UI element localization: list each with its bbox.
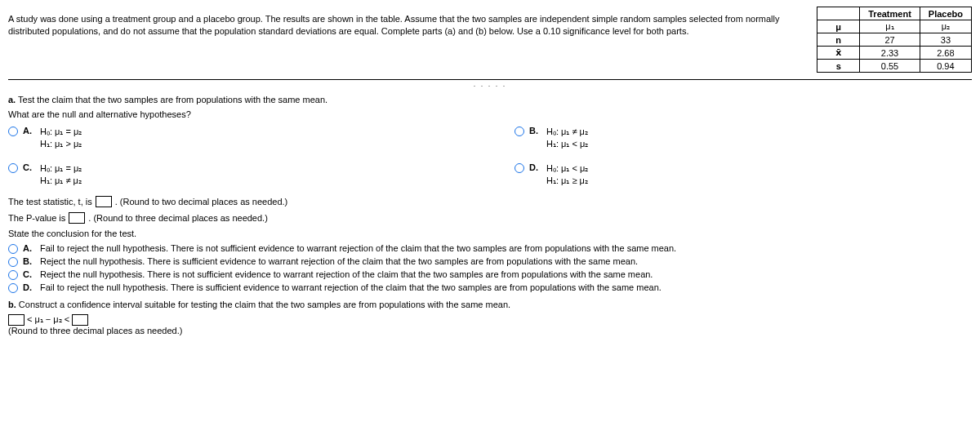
hypothesis-option-b[interactable]: B. H₀: μ₁ ≠ μ₂ H₁: μ₁ < μ₂: [514, 126, 808, 151]
cell-s-treatment: 0.55: [860, 60, 920, 73]
option-label: C.: [23, 269, 32, 279]
test-statistic-hint: . (Round to two decimal places as needed…: [115, 197, 288, 207]
option-label: D.: [529, 162, 538, 172]
option-hypotheses: H₀: μ₁ < μ₂ H₁: μ₁ ≥ μ₂: [546, 162, 588, 188]
option-label: D.: [23, 282, 32, 292]
table-corner: [817, 7, 860, 20]
pvalue-hint: . (Round to three decimal places as need…: [88, 213, 268, 223]
part-a-heading: a. Test the claim that the two samples a…: [8, 95, 972, 104]
conclusion-text: Reject the null hypothesis. There is not…: [40, 269, 653, 279]
pvalue-label: The P-value is: [8, 213, 65, 223]
ci-hint: (Round to three decimal places as needed…: [8, 326, 972, 335]
radio-icon[interactable]: [8, 257, 18, 267]
conclusion-text: Fail to reject the null hypothesis. Ther…: [40, 282, 662, 292]
part-a-label: a.: [8, 95, 16, 104]
option-label: A.: [23, 126, 32, 135]
test-statistic-label: The test statistic, t, is: [8, 197, 92, 207]
part-a-text: Test the claim that the two samples are …: [16, 95, 327, 104]
row-label-s: s: [817, 60, 860, 73]
ci-lower-input[interactable]: [8, 314, 24, 326]
row-label-xbar: x̄: [817, 47, 860, 60]
conclusion-option-b[interactable]: B. Reject the null hypothesis. There is …: [8, 256, 972, 267]
conclusion-option-c[interactable]: C. Reject the null hypothesis. There is …: [8, 269, 972, 280]
col-header-treatment: Treatment: [860, 7, 920, 20]
row-label-mu: μ: [817, 20, 860, 33]
cell-n-treatment: 27: [860, 33, 920, 47]
cell-xbar-placebo: 2.68: [920, 47, 971, 60]
radio-icon[interactable]: [8, 244, 18, 254]
option-label: B.: [23, 256, 32, 266]
option-hypotheses: H₀: μ₁ = μ₂ H₁: μ₁ > μ₂: [40, 126, 82, 151]
option-label: C.: [23, 162, 32, 172]
option-hypotheses: H₀: μ₁ = μ₂ H₁: μ₁ ≠ μ₂: [40, 162, 82, 188]
radio-icon[interactable]: [8, 127, 18, 136]
radio-icon[interactable]: [8, 270, 18, 280]
hypothesis-option-d[interactable]: D. H₀: μ₁ < μ₂ H₁: μ₁ ≥ μ₂: [514, 162, 808, 188]
hypothesis-option-c[interactable]: C. H₀: μ₁ = μ₂ H₁: μ₁ ≠ μ₂: [8, 162, 302, 188]
data-table: Treatment Placebo μ μ₁ μ₂ n 27 33 x̄ 2.3…: [817, 7, 972, 73]
divider-dots: · · · · ·: [8, 82, 972, 90]
ci-upper-input[interactable]: [72, 314, 88, 326]
radio-icon[interactable]: [514, 163, 524, 173]
option-label: A.: [23, 243, 32, 253]
conclusion-text: Reject the null hypothesis. There is suf…: [40, 256, 638, 266]
divider: [8, 79, 972, 80]
radio-icon[interactable]: [8, 163, 18, 173]
ci-expression: < μ₁ − μ₂ <: [27, 314, 69, 325]
pvalue-input[interactable]: [69, 212, 85, 224]
cell-xbar-treatment: 2.33: [860, 47, 920, 60]
problem-prompt: A study was done using a treatment group…: [8, 7, 808, 73]
hypothesis-question: What are the null and alternative hypoth…: [8, 109, 972, 119]
conclusion-text: Fail to reject the null hypothesis. Ther…: [40, 243, 676, 253]
conclusion-option-a[interactable]: A. Fail to reject the null hypothesis. T…: [8, 243, 972, 254]
cell-mu-treatment: μ₁: [860, 20, 920, 33]
row-label-n: n: [817, 33, 860, 47]
part-b-text: Construct a confidence interval suitable…: [16, 300, 510, 309]
conclusion-option-d[interactable]: D. Fail to reject the null hypothesis. T…: [8, 282, 972, 293]
test-statistic-input[interactable]: [96, 196, 112, 207]
part-b-label: b.: [8, 300, 16, 309]
option-hypotheses: H₀: μ₁ ≠ μ₂ H₁: μ₁ < μ₂: [546, 126, 588, 151]
cell-mu-placebo: μ₂: [920, 20, 971, 33]
cell-n-placebo: 33: [920, 33, 971, 47]
radio-icon[interactable]: [8, 283, 18, 293]
col-header-placebo: Placebo: [920, 7, 971, 20]
radio-icon[interactable]: [514, 127, 524, 136]
hypothesis-option-a[interactable]: A. H₀: μ₁ = μ₂ H₁: μ₁ > μ₂: [8, 126, 302, 151]
conclusion-prompt: State the conclusion for the test.: [8, 229, 972, 238]
part-b-heading: b. Construct a confidence interval suita…: [8, 300, 972, 309]
option-label: B.: [529, 126, 538, 135]
cell-s-placebo: 0.94: [920, 60, 971, 73]
